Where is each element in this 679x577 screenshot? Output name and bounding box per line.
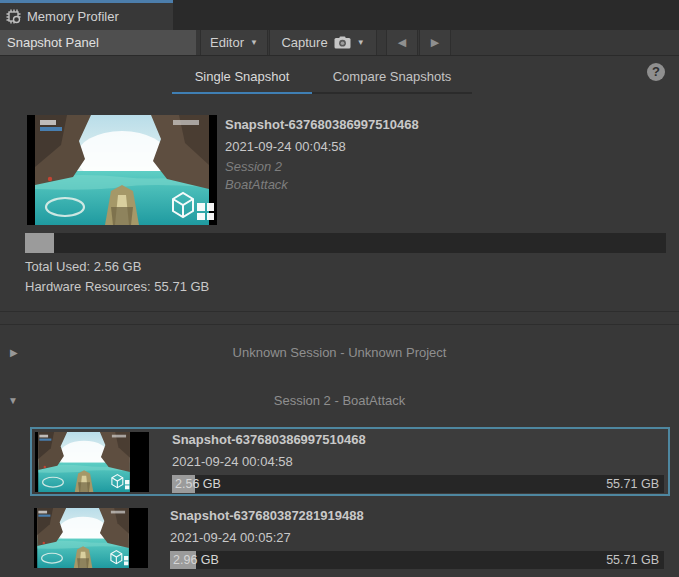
memory-usage-bar: 2.56 GB 55.71 GB (172, 475, 664, 493)
window-tab-bar: Memory Profiler (0, 0, 679, 30)
snapshot-tabs-row: Single Snapshot Compare Snapshots ? (0, 56, 679, 97)
hardware-resources-label: Hardware Resources: 55.71 GB (25, 279, 209, 294)
session-group-boatattack[interactable]: ▼ Session 2 - BoatAttack (0, 386, 679, 416)
memory-usage-fill (25, 233, 54, 253)
active-tab-underline (172, 92, 312, 94)
window-tab-memory-profiler[interactable]: Memory Profiler (0, 0, 173, 30)
back-button[interactable]: ◀ (386, 30, 418, 55)
snapshot-row[interactable]: Snapshot-637680387281919488 2021-09-24 0… (32, 504, 669, 572)
help-icon[interactable]: ? (647, 63, 665, 81)
total-memory-label: 55.71 GB (606, 551, 659, 569)
session-group-unknown[interactable]: ▶ Unknown Session - Unknown Project (0, 338, 679, 368)
session-group-label: Session 2 - BoatAttack (274, 393, 406, 408)
editor-dropdown[interactable]: Editor ▼ (200, 30, 268, 55)
inactive-tab-underline (312, 92, 472, 94)
chevron-down-icon: ▼ (250, 39, 258, 47)
memory-profiler-chip-icon (6, 9, 21, 24)
total-memory-label: 55.71 GB (606, 475, 659, 493)
snapshot-date: 2021-09-24 00:05:27 (170, 530, 291, 545)
foldout-collapsed-icon[interactable]: ▶ (10, 338, 18, 368)
forward-button[interactable]: ▶ (419, 30, 451, 55)
snapshot-project: BoatAttack (225, 177, 288, 192)
splitter-line[interactable] (0, 311, 679, 312)
snapshot-name: Snapshot-637680386997510468 (172, 432, 366, 447)
splitter-line[interactable] (0, 324, 679, 325)
snapshot-thumbnail (34, 508, 148, 568)
chevron-down-icon: ▼ (357, 39, 365, 47)
snapshot-panel-label[interactable]: Snapshot Panel (0, 30, 196, 55)
total-used-label: Total Used: 2.56 GB (25, 259, 141, 274)
back-arrow-icon: ◀ (398, 36, 406, 49)
memory-usage-bar (25, 233, 666, 253)
snapshot-name: Snapshot-637680387281919488 (170, 508, 364, 523)
snapshot-session: Session 2 (225, 159, 282, 174)
camera-icon (334, 36, 351, 49)
capture-button[interactable]: Capture ▼ (269, 30, 377, 55)
snapshot-row-selected[interactable]: Snapshot-637680386997510468 2021-09-24 0… (30, 427, 670, 496)
tab-single-snapshot[interactable]: Single Snapshot (172, 64, 312, 90)
used-memory-label: 2.96 GB (173, 551, 219, 569)
tab-compare-snapshots[interactable]: Compare Snapshots (312, 64, 472, 90)
snapshot-name: Snapshot-637680386997510468 (225, 117, 419, 132)
memory-usage-bar: 2.96 GB 55.71 GB (170, 551, 664, 569)
snapshot-preview-image (27, 115, 217, 225)
snapshot-date: 2021-09-24 00:04:58 (172, 454, 293, 469)
snapshot-thumbnail (35, 432, 149, 492)
window-tab-title: Memory Profiler (27, 9, 119, 24)
session-group-label: Unknown Session - Unknown Project (233, 345, 447, 360)
snapshot-date: 2021-09-24 00:04:58 (225, 139, 346, 154)
used-memory-label: 2.56 GB (175, 475, 221, 493)
foldout-expanded-icon[interactable]: ▼ (8, 386, 18, 416)
toolbar: Snapshot Panel Editor ▼ Capture ▼ ◀ ▶ (0, 30, 679, 56)
forward-arrow-icon: ▶ (431, 36, 439, 49)
memory-profiler-window: Memory Profiler Snapshot Panel Editor ▼ … (0, 0, 679, 577)
